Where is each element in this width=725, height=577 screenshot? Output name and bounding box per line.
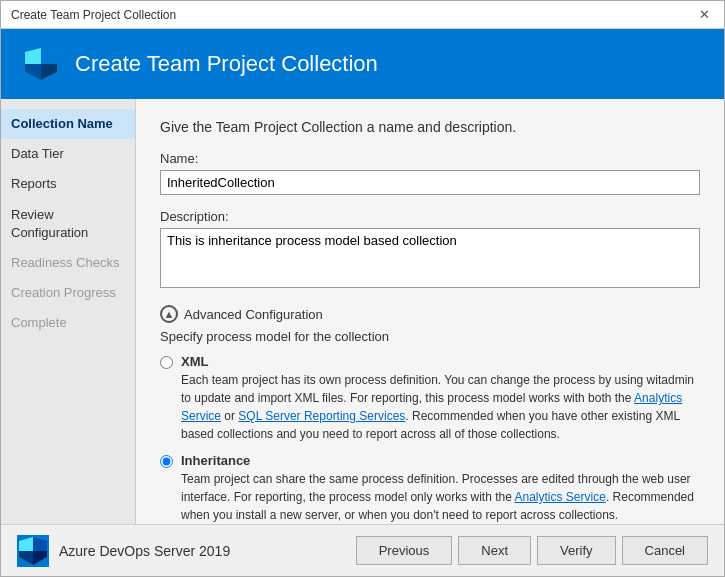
sql-reporting-link[interactable]: SQL Server Reporting Services: [238, 409, 405, 423]
sidebar: Collection Name Data Tier Reports Review…: [1, 99, 136, 524]
xml-radio[interactable]: [160, 356, 173, 369]
dialog-title: Create Team Project Collection: [75, 51, 378, 77]
next-button[interactable]: Next: [458, 536, 531, 565]
name-group: Name:: [160, 151, 700, 195]
sidebar-item-complete: Complete: [1, 308, 135, 338]
footer-logo-text: Azure DevOps Server 2019: [59, 543, 230, 559]
azure-devops-logo: [17, 535, 49, 567]
xml-desc-middle: or: [221, 409, 238, 423]
cancel-button[interactable]: Cancel: [622, 536, 708, 565]
sidebar-item-data-tier[interactable]: Data Tier: [1, 139, 135, 169]
dialog-body: Collection Name Data Tier Reports Review…: [1, 99, 724, 524]
sidebar-item-reports[interactable]: Reports: [1, 169, 135, 199]
verify-button[interactable]: Verify: [537, 536, 616, 565]
footer-logo: Azure DevOps Server 2019: [17, 535, 356, 567]
footer-buttons: Previous Next Verify Cancel: [356, 536, 708, 565]
inheritance-radio[interactable]: [160, 455, 173, 468]
close-button[interactable]: ✕: [695, 7, 714, 22]
description-group: Description: This is inheritance process…: [160, 209, 700, 291]
description-input[interactable]: This is inheritance process model based …: [160, 228, 700, 288]
content-area: Give the Team Project Collection a name …: [136, 99, 724, 524]
dialog-header: Create Team Project Collection: [1, 29, 724, 99]
name-label: Name:: [160, 151, 700, 166]
xml-radio-item: XML Each team project has its own proces…: [160, 354, 700, 443]
content-heading: Give the Team Project Collection a name …: [160, 119, 700, 135]
inheritance-radio-content: Inheritance Team project can share the s…: [181, 453, 700, 524]
previous-button[interactable]: Previous: [356, 536, 453, 565]
advanced-section: ▲ Advanced Configuration Specify process…: [160, 305, 700, 524]
xml-radio-label[interactable]: XML: [181, 354, 208, 369]
xml-radio-desc: Each team project has its own process de…: [181, 371, 700, 443]
header-icon: [21, 44, 61, 84]
xml-desc-before: Each team project has its own process de…: [181, 373, 694, 405]
title-bar: Create Team Project Collection ✕: [1, 1, 724, 29]
main-window: Create Team Project Collection ✕ Create …: [0, 0, 725, 577]
xml-radio-content: XML Each team project has its own proces…: [181, 354, 700, 443]
advanced-subtitle: Specify process model for the collection: [160, 329, 700, 344]
advanced-toggle[interactable]: ▲ Advanced Configuration: [160, 305, 700, 323]
advanced-toggle-label: Advanced Configuration: [184, 307, 323, 322]
sidebar-item-collection-name[interactable]: Collection Name: [1, 109, 135, 139]
collapse-icon: ▲: [160, 305, 178, 323]
sidebar-item-review-configuration[interactable]: Review Configuration: [1, 200, 135, 248]
inheritance-radio-desc: Team project can share the same process …: [181, 470, 700, 524]
description-label: Description:: [160, 209, 700, 224]
sidebar-item-readiness-checks: Readiness Checks: [1, 248, 135, 278]
analytics-service-link-inheritance[interactable]: Analytics Service: [515, 490, 606, 504]
process-model-radio-group: XML Each team project has its own proces…: [160, 354, 700, 524]
dialog-footer: Azure DevOps Server 2019 Previous Next V…: [1, 524, 724, 576]
window-title: Create Team Project Collection: [11, 8, 176, 22]
name-input[interactable]: [160, 170, 700, 195]
inheritance-radio-item: Inheritance Team project can share the s…: [160, 453, 700, 524]
sidebar-item-creation-progress: Creation Progress: [1, 278, 135, 308]
inheritance-radio-label[interactable]: Inheritance: [181, 453, 250, 468]
